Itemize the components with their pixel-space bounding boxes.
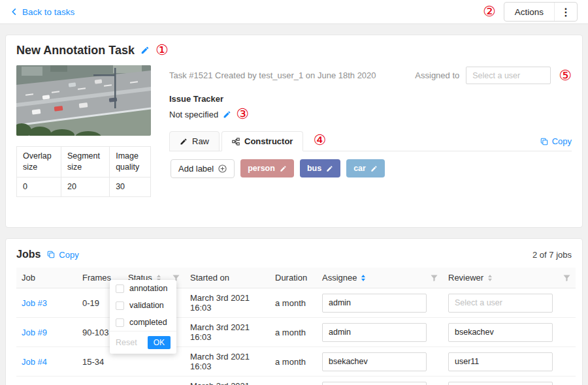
annotation-marker-2: ②: [483, 5, 496, 19]
tab-constructor[interactable]: Constructor: [221, 131, 303, 151]
jobs-count: 2 of 7 jobs: [532, 250, 572, 260]
back-to-tasks-label: Back to tasks: [22, 7, 74, 17]
edit-issue-tracker-icon[interactable]: [223, 110, 231, 119]
checkbox-icon[interactable]: [116, 285, 124, 293]
actions-button[interactable]: Actions: [504, 3, 554, 21]
edit-label-icon[interactable]: [370, 165, 378, 172]
label-chip-person-name: person: [248, 164, 275, 173]
jobs-table: Job Frames Status Started on Duration As…: [16, 268, 576, 385]
add-label-button[interactable]: Add label: [171, 159, 235, 178]
annotation-marker-4: ④: [313, 133, 326, 147]
started-cell: March 3rd 2021 16:03: [185, 347, 270, 377]
sort-icon[interactable]: [488, 275, 492, 281]
checkbox-icon[interactable]: [116, 301, 124, 310]
status-cell: completed ?: [123, 377, 185, 385]
annotation-marker-5: ⑤: [559, 69, 572, 83]
param-header-quality: Image quality: [110, 147, 151, 177]
label-chip-car-name: car: [353, 164, 366, 173]
param-value-segment: 20: [61, 177, 109, 196]
job-link[interactable]: Job #3: [22, 298, 47, 308]
back-to-tasks-link[interactable]: Back to tasks: [10, 7, 74, 17]
copy-icon: [540, 138, 548, 146]
started-cell: March 3rd 2021 16:03: [185, 377, 270, 385]
tab-raw[interactable]: Raw: [169, 131, 220, 151]
reviewer-input[interactable]: [448, 382, 553, 385]
job-link[interactable]: Job #4: [22, 357, 47, 367]
label-chip-bus-name: bus: [307, 164, 321, 173]
task-preview-image: [16, 65, 151, 136]
label-chip-bus[interactable]: bus: [300, 159, 340, 177]
reviewer-input[interactable]: [448, 352, 553, 371]
topbar-right: ② Actions ⋮: [483, 2, 578, 22]
filter-ok-button[interactable]: OK: [148, 336, 171, 349]
copy-jobs-link[interactable]: Copy: [47, 250, 78, 260]
jobs-title: Jobs: [16, 249, 41, 260]
task-assignee-input[interactable]: [466, 67, 551, 84]
copy-jobs-label: Copy: [59, 250, 78, 260]
filter-icon[interactable]: [431, 274, 438, 281]
param-value-overlap: 0: [17, 177, 61, 196]
pencil-icon: [180, 138, 188, 146]
checkbox-icon[interactable]: [116, 318, 124, 327]
duration-cell: a month: [270, 288, 317, 318]
sort-icon-active[interactable]: [361, 275, 365, 281]
assigned-to-label: Assigned to: [415, 70, 459, 80]
edit-label-icon[interactable]: [326, 165, 333, 172]
task-title: New Annotation Task: [16, 44, 135, 57]
task-details-card: New Annotation Task ①: [5, 35, 583, 228]
label-chip-car[interactable]: car: [346, 159, 385, 177]
add-label-text: Add label: [178, 164, 214, 174]
filter-option-validation[interactable]: validation: [110, 297, 176, 314]
labels-panel: Add label person bus: [169, 151, 572, 217]
table-row: Job #8 75-94 completed ? March 3rd 2021 …: [16, 377, 576, 385]
assignee-input[interactable]: [322, 352, 427, 371]
filter-option-label: completed: [129, 318, 167, 327]
edit-title-icon[interactable]: [140, 46, 150, 55]
job-link[interactable]: Job #9: [22, 328, 47, 337]
assignee-input[interactable]: [322, 294, 427, 313]
copy-icon: [47, 251, 55, 258]
table-row: Job #3 0-19 March 3rd 2021 16:03 a month: [16, 288, 576, 318]
tab-constructor-label: Constructor: [244, 136, 293, 146]
frames-cell: 75-94: [77, 377, 123, 385]
column-header-duration: Duration: [270, 268, 317, 288]
reviewer-input[interactable]: [448, 323, 553, 342]
table-row: Job #9 90-103 March 3rd 2021 16:03 a mon…: [16, 318, 576, 347]
copy-labels-link[interactable]: Copy: [540, 136, 572, 151]
param-header-overlap: Overlap size: [17, 147, 61, 177]
column-header-assignee[interactable]: Assignee: [317, 268, 443, 288]
annotation-marker-1: ①: [155, 43, 169, 57]
filter-reset-button[interactable]: Reset: [116, 338, 137, 347]
status-filter-dropdown: annotation validation completed Reset OK: [110, 280, 176, 354]
task-meta: Task #1521 Created by test_user_1 on Jun…: [169, 70, 376, 80]
annotation-marker-3: ③: [236, 107, 249, 121]
topbar: Back to tasks ② Actions ⋮: [0, 0, 588, 24]
jobs-table-header-row: Job Frames Status Started on Duration As…: [16, 268, 576, 288]
more-menu-icon[interactable]: ⋮: [554, 3, 577, 21]
param-value-quality: 30: [110, 177, 151, 196]
duration-cell: a month: [270, 347, 317, 377]
plus-circle-icon: [218, 164, 227, 173]
tab-raw-label: Raw: [192, 136, 209, 146]
issue-tracker-label: Issue Tracker: [169, 94, 572, 104]
edit-label-icon[interactable]: [280, 165, 287, 172]
chevron-left-icon: [10, 8, 18, 16]
filter-option-label: validation: [129, 301, 164, 310]
assignee-input[interactable]: [322, 382, 427, 385]
labels-tabs: Raw Constructor ④ Copy: [169, 131, 572, 217]
task-parameters-table: Overlap size Segment size Image quality …: [16, 146, 151, 197]
filter-icon[interactable]: [563, 274, 570, 281]
reviewer-input[interactable]: [448, 294, 553, 313]
filter-option-completed[interactable]: completed: [110, 314, 176, 331]
copy-labels-label: Copy: [552, 136, 572, 146]
assignee-input[interactable]: [322, 323, 427, 342]
label-chip-person[interactable]: person: [240, 159, 294, 177]
column-header-reviewer[interactable]: Reviewer: [443, 268, 576, 288]
started-cell: March 3rd 2021 16:03: [185, 288, 270, 318]
constructor-icon: [232, 138, 240, 146]
task-title-row: New Annotation Task ①: [16, 43, 572, 57]
task-left-column: Overlap size Segment size Image quality …: [16, 65, 151, 217]
param-header-segment: Segment size: [61, 147, 109, 177]
filter-option-annotation[interactable]: annotation: [110, 280, 176, 297]
column-header-started: Started on: [185, 268, 270, 288]
